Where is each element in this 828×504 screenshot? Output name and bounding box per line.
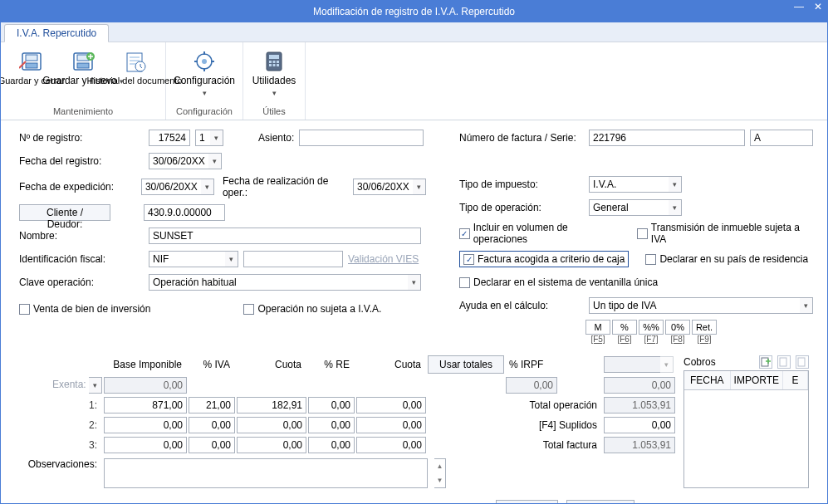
usar-totales-button[interactable]: Usar totales — [428, 355, 504, 374]
utils-button[interactable]: Utilidades▾ — [248, 46, 300, 105]
r2-piva[interactable] — [189, 417, 235, 433]
cobros-add-icon[interactable] — [759, 355, 772, 369]
decl-vent-checkbox[interactable]: Declarar en el sistema de ventanilla úni… — [459, 276, 658, 288]
r3-pre[interactable] — [308, 437, 355, 453]
r1-pre[interactable] — [308, 397, 355, 413]
cobros-h-e: E — [783, 371, 808, 389]
calc-key-f6: [F6] — [612, 335, 637, 344]
cancelar-button[interactable]: Cancelar — [566, 500, 634, 504]
ayuda-dropdown[interactable]: ▾ — [800, 297, 813, 314]
tipo-imp-label: Tipo de impuesto: — [459, 179, 584, 190]
cobros-del-icon[interactable] — [796, 355, 809, 369]
titlebar: Modificación de registro de I.V.A. Reper… — [1, 1, 827, 22]
cobros-h-importe: IMPORTE — [731, 371, 783, 389]
numfac-input[interactable] — [589, 130, 745, 146]
tipo-imp-dropdown[interactable]: ▾ — [669, 176, 682, 193]
ribbon-group-utiles: Útiles — [261, 105, 287, 118]
calc-key-f7: [F7] — [639, 335, 664, 344]
calc-key-f9: [F9] — [692, 335, 717, 344]
r1-cuota2[interactable] — [356, 397, 426, 413]
h-pirpf: % IRPF — [506, 359, 557, 370]
minimize-icon[interactable]: — — [794, 1, 804, 12]
ayuda-input[interactable] — [589, 297, 800, 314]
calc-pct-button[interactable]: % — [612, 320, 637, 335]
r3-cuota2[interactable] — [356, 437, 426, 453]
ribbon-group-config: Configuración — [174, 105, 234, 118]
r2-cuota[interactable] — [237, 417, 306, 433]
tipo-imp-input[interactable] — [589, 176, 669, 193]
exenta-dropdown[interactable]: ▾ — [89, 377, 102, 394]
fecha-oper-input[interactable] — [353, 179, 413, 195]
svg-rect-24 — [269, 64, 272, 66]
nregistro-input[interactable] — [149, 130, 190, 146]
r1-piva[interactable] — [189, 397, 235, 413]
ribbon-group-mantenimiento: Mantenimiento — [51, 105, 115, 118]
nregistro2-input[interactable] — [195, 130, 210, 146]
serie-input[interactable] — [750, 130, 813, 146]
clave-dropdown[interactable]: ▾ — [408, 274, 421, 291]
calc-key-f5: [F5] — [585, 335, 610, 344]
r3-cuota[interactable] — [237, 437, 306, 453]
idfiscal-tipo-input[interactable] — [149, 251, 225, 267]
fact-caja-checkbox[interactable]: ✓Factura acogida a criterio de caja — [463, 253, 625, 265]
fecha-exp-input[interactable] — [141, 179, 201, 195]
fecha-oper-dropdown[interactable]: ▾ — [413, 179, 426, 195]
fecha-reg-input[interactable] — [149, 153, 208, 169]
observ-textarea[interactable] — [104, 458, 428, 488]
cobros-h-fecha: FECHA — [684, 371, 731, 389]
r2-cuota2[interactable] — [356, 417, 426, 433]
svg-rect-23 — [277, 61, 279, 63]
svg-rect-1 — [26, 55, 37, 61]
fecha-reg-dropdown[interactable]: ▾ — [208, 153, 222, 169]
asiento-label: Asiento: — [258, 132, 294, 144]
calc-0pct-button[interactable]: 0% — [665, 320, 690, 335]
r2-base[interactable] — [104, 417, 187, 433]
aceptar-button[interactable]: Aceptar — [496, 500, 558, 504]
tipo-op-input[interactable] — [589, 199, 669, 216]
no-sujeta-checkbox[interactable]: Operación no sujeta a I.V.A. — [243, 303, 381, 315]
cliente-input[interactable] — [144, 204, 225, 221]
transm-checkbox[interactable]: Transmisión de inmueble sujeta a IVA — [637, 222, 813, 245]
svg-rect-2 — [26, 63, 37, 68]
svg-rect-25 — [273, 64, 276, 66]
r1-base[interactable] — [104, 397, 187, 413]
idfiscal-tipo-dropdown[interactable]: ▾ — [225, 251, 238, 267]
irpf-type-dropdown: ▾ — [660, 356, 674, 373]
tab-iva-repercutido[interactable]: I.V.A. Repercutido — [4, 24, 109, 42]
suplidos[interactable] — [604, 417, 675, 433]
venta-bien-checkbox[interactable]: Venta de bien de inversión — [19, 303, 150, 315]
clave-input[interactable] — [149, 274, 408, 291]
decl-pais-checkbox[interactable]: Declarar en su país de residencia — [645, 253, 808, 265]
observ-spin-up[interactable]: ▲ — [434, 459, 445, 473]
h-piva: % IVA — [189, 359, 235, 370]
fecha-exp-dropdown[interactable]: ▾ — [201, 179, 214, 195]
cliente-button[interactable]: Cliente / Deudor: — [19, 204, 110, 221]
incluir-vol-checkbox[interactable]: ✓Incluir en volumen de operaciones — [459, 222, 620, 245]
calc-ret-button[interactable]: Ret. — [692, 320, 717, 335]
r3-base[interactable] — [104, 437, 187, 453]
close-icon[interactable]: ✕ — [814, 1, 822, 12]
numfac-label: Número de factura / Serie: — [459, 132, 584, 144]
observ-spin-down[interactable]: ▼ — [434, 473, 445, 487]
save-new-icon — [70, 49, 96, 74]
r2-pre[interactable] — [308, 417, 355, 433]
cobros-grid[interactable]: FECHA IMPORTE E — [683, 370, 809, 488]
svg-rect-29 — [798, 358, 805, 366]
vies-link[interactable]: Validación VIES — [348, 253, 419, 265]
svg-rect-28 — [780, 358, 786, 366]
idfiscal-num-input[interactable] — [243, 251, 343, 267]
r1-cuota[interactable] — [237, 397, 306, 413]
h-pre: % RE — [308, 359, 355, 370]
irpf-type — [604, 356, 660, 373]
nregistro2-dropdown[interactable]: ▾ — [210, 130, 223, 146]
calc-pctpct-button[interactable]: %% — [639, 320, 664, 335]
svg-rect-21 — [269, 61, 272, 63]
clave-label: Clave operación: — [19, 276, 144, 288]
calc-m-button[interactable]: M — [585, 320, 610, 335]
asiento-input[interactable] — [299, 130, 424, 146]
nombre-input[interactable] — [149, 228, 421, 244]
cobros-copy-icon[interactable] — [777, 355, 791, 369]
h-cuota2: Cuota — [356, 359, 426, 370]
r3-piva[interactable] — [189, 437, 235, 453]
tipo-op-dropdown[interactable]: ▾ — [669, 199, 682, 216]
